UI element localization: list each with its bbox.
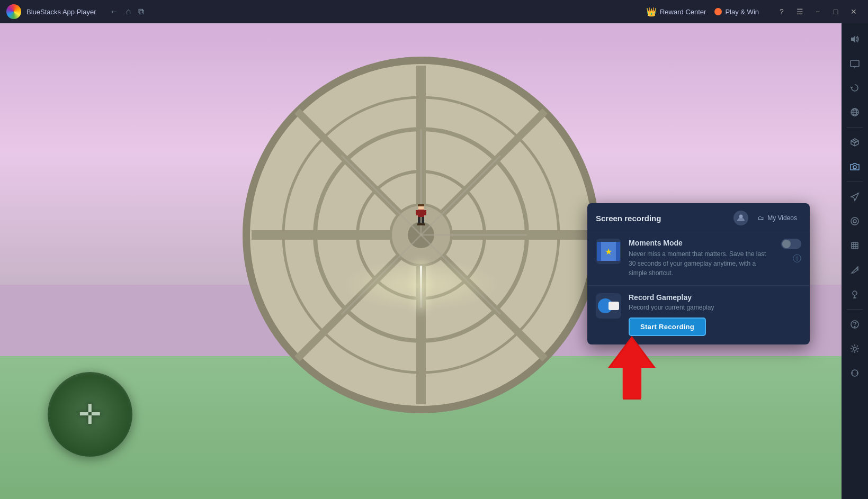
sidebar-layers-icon[interactable] — [844, 235, 865, 256]
sidebar-divider-3 — [847, 309, 863, 310]
svg-rect-31 — [421, 223, 425, 225]
red-arrow-up-icon — [608, 336, 656, 400]
film-icon: ★ — [597, 242, 620, 261]
menu-button[interactable]: ☰ — [792, 4, 808, 20]
orange-dot-icon — [714, 8, 722, 15]
svg-rect-29 — [422, 217, 424, 223]
app-title: BlueStacks App Player — [26, 8, 96, 16]
panel-header-right: 🗂 My Videos — [733, 211, 801, 225]
svg-rect-51 — [852, 242, 858, 249]
close-button[interactable]: ✕ — [846, 4, 862, 20]
svg-rect-30 — [417, 223, 421, 225]
sidebar-volume-icon[interactable] — [844, 29, 865, 50]
sidebar-package-icon[interactable] — [844, 132, 865, 153]
record-gameplay-description: Record your current gameplay — [629, 304, 801, 311]
title-bar-left: BlueStacks App Player ← ⌂ ⧉ — [6, 4, 646, 19]
camera-icon-box — [596, 293, 621, 319]
record-gameplay-title: Record Gameplay — [629, 293, 801, 302]
svg-line-44 — [851, 141, 855, 143]
sidebar-divider-2 — [847, 182, 863, 182]
moments-mode-icon-box: ★ — [596, 239, 621, 264]
sidebar-pin-icon[interactable] — [844, 284, 865, 305]
sidebar-rotate-icon[interactable] — [844, 77, 865, 98]
svg-point-61 — [853, 347, 856, 350]
title-bar-right: 👑 Reward Center Play & Win ? ☰ − □ ✕ — [646, 4, 862, 20]
panel-title: Screen recording — [596, 214, 661, 223]
stone-wheel — [236, 50, 606, 420]
ground-glow — [342, 258, 500, 311]
screen-recording-panel: Screen recording 🗂 My Videos — [587, 203, 810, 344]
my-videos-button[interactable]: 🗂 My Videos — [754, 212, 801, 224]
moments-mode-title: Moments Mode — [629, 239, 774, 247]
sidebar-camera-icon[interactable] — [844, 156, 865, 177]
right-sidebar — [842, 23, 868, 499]
sidebar-sync-icon[interactable] — [844, 362, 865, 384]
svg-point-56 — [853, 291, 857, 295]
sidebar-settings-icon[interactable] — [844, 338, 865, 359]
svg-marker-35 — [851, 35, 855, 43]
moments-mode-description: Never miss a moment that matters. Save t… — [629, 249, 774, 278]
svg-rect-25 — [418, 210, 424, 217]
minimize-button[interactable]: − — [810, 4, 826, 20]
tabs-icon[interactable]: ⧉ — [138, 7, 144, 16]
moments-mode-actions: ⓘ — [781, 239, 801, 265]
svg-point-48 — [853, 166, 856, 169]
reward-center-label: Reward Center — [660, 8, 706, 16]
joystick-cross-icon: ✛ — [78, 398, 102, 430]
folder-icon: 🗂 — [758, 214, 764, 222]
toggle-knob — [782, 240, 791, 248]
sidebar-screen-icon[interactable] — [844, 53, 865, 74]
svg-rect-36 — [851, 60, 859, 67]
sidebar-plane-icon[interactable] — [844, 186, 865, 207]
sidebar-divider-1 — [847, 127, 863, 128]
moments-mode-content: Moments Mode Never miss a moment that ma… — [629, 239, 774, 278]
panel-header: Screen recording 🗂 My Videos — [587, 203, 810, 231]
svg-point-49 — [851, 217, 858, 225]
sidebar-circle-icon[interactable] — [844, 211, 865, 232]
maximize-button[interactable]: □ — [828, 4, 844, 20]
play-win-label: Play & Win — [725, 8, 759, 16]
help-button[interactable]: ? — [774, 4, 790, 20]
window-controls: ? ☰ − □ ✕ — [774, 4, 862, 20]
game-viewport[interactable]: ✛ Screen recording 🗂 My Videos — [0, 23, 842, 499]
sidebar-pen-icon[interactable] — [844, 259, 865, 280]
svg-marker-34 — [610, 338, 654, 398]
svg-point-50 — [853, 220, 856, 223]
svg-rect-26 — [416, 210, 418, 215]
app-logo — [6, 4, 21, 19]
moments-mode-row: ★ Moments Mode Never miss a moment that … — [587, 231, 810, 286]
home-icon[interactable]: ⌂ — [126, 7, 131, 16]
play-win-button[interactable]: Play & Win — [714, 8, 759, 16]
camera-body — [609, 302, 619, 310]
record-gameplay-content: Record Gameplay Record your current game… — [629, 293, 801, 336]
reward-center-button[interactable]: 👑 Reward Center — [646, 7, 706, 17]
star-icon: ★ — [605, 247, 612, 257]
annotation-arrow-container — [608, 336, 656, 400]
moments-help-icon[interactable]: ⓘ — [793, 253, 801, 265]
svg-point-60 — [854, 326, 855, 328]
moments-mode-toggle[interactable] — [781, 239, 801, 249]
title-bar: BlueStacks App Player ← ⌂ ⧉ 👑 Reward Cen… — [0, 0, 868, 23]
main-area: ✛ Screen recording 🗂 My Videos — [0, 23, 868, 499]
user-icon[interactable] — [733, 211, 748, 225]
sidebar-globe-icon[interactable] — [844, 102, 865, 123]
svg-line-47 — [853, 140, 857, 142]
game-character — [414, 204, 428, 225]
start-recording-button[interactable]: Start Recording — [629, 317, 706, 336]
svg-rect-24 — [418, 204, 424, 206]
sidebar-help-icon[interactable] — [844, 314, 865, 335]
svg-rect-28 — [418, 217, 420, 223]
crown-icon: 👑 — [646, 7, 657, 17]
virtual-joystick[interactable]: ✛ — [48, 372, 132, 457]
my-videos-label: My Videos — [767, 214, 797, 222]
nav-icons: ← ⌂ ⧉ — [110, 7, 145, 16]
svg-rect-27 — [424, 210, 426, 215]
back-icon[interactable]: ← — [110, 7, 119, 16]
